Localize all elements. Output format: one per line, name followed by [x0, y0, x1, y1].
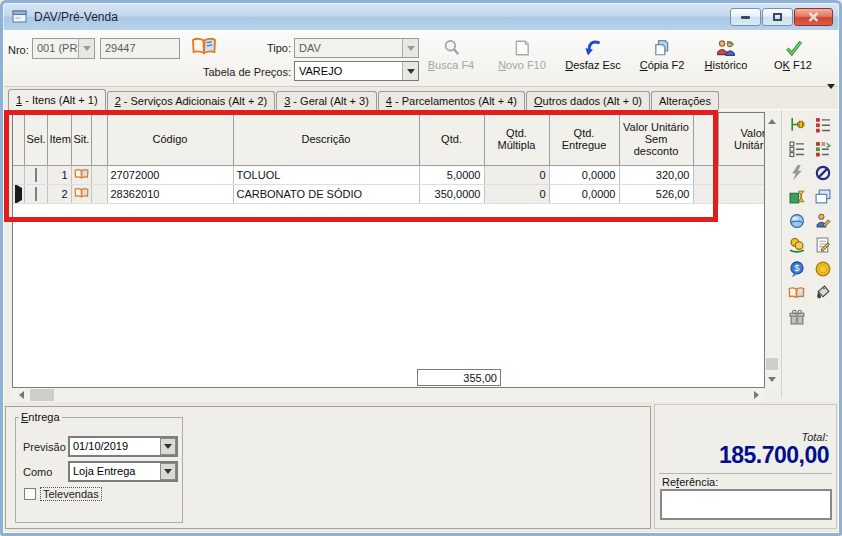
header-sel[interactable]: Sel.: [24, 113, 47, 165]
paint-bucket-icon[interactable]: [814, 284, 831, 301]
row-checkbox[interactable]: [35, 187, 37, 201]
item-cell: 1: [47, 165, 71, 184]
close-button[interactable]: [794, 8, 833, 26]
edit-document-icon[interactable]: [814, 236, 831, 253]
header-item[interactable]: Item: [47, 113, 71, 165]
sit-cell: [71, 165, 91, 184]
horizontal-scroll-thumb[interactable]: [30, 389, 54, 401]
novo-button[interactable]: Novo F10: [490, 36, 554, 83]
ok-button[interactable]: OK F12: [761, 36, 825, 83]
edit-person-icon[interactable]: [814, 212, 831, 229]
catalog-book-icon[interactable]: [788, 284, 805, 301]
nro-combo-arrow[interactable]: [78, 39, 94, 58]
tabela-precos-arrow[interactable]: [402, 62, 418, 80]
gift-icon[interactable]: [788, 308, 805, 325]
historico-button[interactable]: Histórico: [694, 36, 758, 83]
qtd-cell: 5,0000: [419, 165, 484, 184]
desfaz-button[interactable]: Desfaz Esc: [561, 36, 625, 83]
entrega-groupbox: Entrega Previsão 01/10/2019 Como Loja En…: [15, 411, 183, 523]
catalog-book-button[interactable]: [191, 35, 217, 60]
item-list-icon[interactable]: [788, 140, 805, 157]
chevron-down-icon: [768, 377, 776, 382]
blank-cell: [693, 184, 718, 203]
gold-coin-icon[interactable]: [814, 260, 831, 277]
tab-geral[interactable]: 3 - Geral (Alt + 3): [276, 91, 377, 110]
descricao-cell: CARBONATO DE SÓDIO: [233, 184, 419, 203]
nro-number-field[interactable]: 29447: [100, 38, 180, 59]
blank-cell: [693, 165, 718, 184]
vertical-scroll-thumb[interactable]: [766, 358, 778, 370]
como-arrow[interactable]: [160, 463, 176, 480]
copia-button[interactable]: Cópia F2: [630, 36, 694, 83]
scroll-down-button[interactable]: [765, 372, 779, 386]
copy-window-icon[interactable]: [814, 188, 831, 205]
maximize-button[interactable]: [762, 8, 793, 26]
televendas-label[interactable]: Televendas: [41, 488, 101, 500]
qtd-multipla-cell: 0: [484, 184, 549, 203]
block-icon[interactable]: [814, 164, 831, 181]
numbered-list-icon[interactable]: [814, 116, 831, 133]
row-indicator-cell: [13, 165, 24, 184]
reorder-list-icon[interactable]: [814, 140, 831, 157]
row-checkbox[interactable]: [35, 168, 37, 182]
qtd-footer-total: 355,00: [417, 369, 501, 386]
stock-reserve-icon[interactable]: [788, 188, 805, 205]
sit-cell: [71, 184, 91, 203]
tipo-combobox[interactable]: DAV: [294, 38, 419, 58]
header-descricao[interactable]: Descrição: [233, 113, 419, 165]
tab-parcelamentos[interactable]: 4 - Parcelamentos (Alt + 4): [378, 91, 525, 110]
insert-item-icon[interactable]: [788, 116, 805, 133]
valor-unitario-cell: [718, 184, 765, 203]
lightning-icon[interactable]: [788, 164, 805, 181]
grid-vertical-scrollbar[interactable]: [765, 112, 779, 388]
qtd-entregue-cell: 0,0000: [549, 165, 619, 184]
header-qtd[interactable]: Qtd.: [419, 113, 484, 165]
televendas-checkbox[interactable]: [24, 488, 36, 500]
table-row[interactable]: 1 27072000 TOLUOL 5,0000 0 0,0000 320,00: [13, 165, 765, 184]
referencia-input[interactable]: [660, 489, 832, 520]
previsao-arrow[interactable]: [160, 438, 176, 455]
nro-combobox[interactable]: 001 (PR: [32, 38, 95, 59]
row-select-cell[interactable]: [24, 184, 47, 203]
toolbar-more-arrow[interactable]: [827, 84, 835, 89]
tab-servicos-adicionais[interactable]: 2 - Serviços Adicionais (Alt + 2): [107, 91, 276, 110]
toolbar: Nro: 001 (PR 29447 Tipo: DAV Tabela de P…: [3, 30, 839, 87]
new-page-icon: [513, 39, 531, 57]
price-balloon-icon[interactable]: $: [788, 260, 805, 277]
tab-outros-dados[interactable]: Outros dados (Alt + 0): [526, 91, 650, 110]
scroll-right-button[interactable]: [749, 388, 763, 402]
tabela-precos-combobox[interactable]: VAREJO: [294, 61, 419, 81]
previsao-combobox[interactable]: 01/10/2019: [68, 436, 178, 457]
current-row-arrow-icon: [15, 184, 22, 203]
valor-unitario-sem-desconto-cell: 526,00: [619, 184, 693, 203]
busca-button[interactable]: Busca F4: [419, 36, 483, 83]
minimize-button[interactable]: [730, 8, 761, 26]
grid-horizontal-scrollbar[interactable]: [12, 388, 765, 402]
header-valor-unitario-sem-desconto[interactable]: Valor Unitário Sem desconto: [619, 113, 693, 165]
chevron-down-icon: [407, 69, 415, 74]
scroll-up-button[interactable]: [765, 114, 779, 128]
search-icon: [442, 39, 461, 57]
table-row[interactable]: 2 28362010 CARBONATO DE SÓDIO 350,0000 0…: [13, 184, 765, 203]
previsao-label: Previsão: [23, 441, 66, 453]
tab-itens[interactable]: 1 - Itens (Alt + 1): [8, 89, 106, 111]
header-valor-unitario[interactable]: Valor Unitário: [718, 113, 765, 165]
titlebar: DAV/Pré-Venda: [3, 3, 839, 30]
row-select-cell[interactable]: [24, 165, 47, 184]
tab-alteracoes[interactable]: Alterações: [651, 91, 719, 110]
svg-text:$: $: [794, 262, 800, 273]
header-codigo[interactable]: Código: [107, 113, 233, 165]
tabela-precos-label: Tabela de Preços:: [196, 66, 291, 78]
header-qtd-multipla[interactable]: Qtd. Múltipla: [484, 113, 549, 165]
blank-cell: [91, 184, 107, 203]
globe-icon[interactable]: [788, 212, 805, 229]
codigo-cell: 28362010: [107, 184, 233, 203]
qtd-cell: 350,0000: [419, 184, 484, 203]
money-coins-icon[interactable]: [788, 236, 805, 253]
scroll-left-button[interactable]: [14, 388, 28, 402]
tipo-combo-arrow[interactable]: [402, 39, 418, 57]
header-qtd-entregue[interactable]: Qtd. Entregue: [549, 113, 619, 165]
header-sit[interactable]: Sit.: [71, 113, 91, 165]
como-combobox[interactable]: Loja Entrega: [68, 461, 178, 482]
chevron-right-icon: [754, 391, 759, 399]
